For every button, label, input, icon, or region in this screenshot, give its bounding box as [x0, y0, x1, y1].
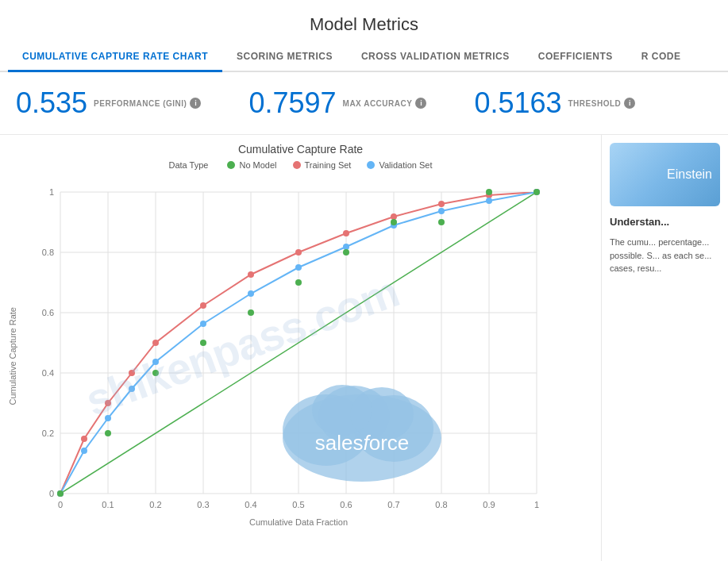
tab-scoring-metrics[interactable]: SCORING METRICS	[222, 43, 347, 71]
panel-description: The cumu... percentage... possible. S...…	[610, 236, 720, 275]
no-model-dot	[227, 161, 235, 169]
svg-text:0.4: 0.4	[245, 500, 256, 509]
svg-text:Cumulative Data Fraction: Cumulative Data Fraction	[249, 517, 348, 527]
svg-point-42	[200, 302, 206, 309]
svg-point-40	[129, 370, 135, 376]
svg-text:salesforce: salesforce	[315, 431, 410, 455]
data-type-label: Data Type	[168, 160, 208, 170]
svg-point-72	[486, 189, 492, 195]
svg-text:0.2: 0.2	[42, 428, 54, 438]
svg-point-66	[200, 340, 206, 346]
validation-dot	[367, 161, 375, 169]
threshold-info-icon[interactable]: i	[624, 98, 635, 109]
svg-point-68	[295, 279, 302, 286]
metric-threshold: 0.5163 THRESHOLD i	[474, 86, 635, 120]
threshold-label: THRESHOLD	[568, 99, 622, 108]
svg-text:0.9: 0.9	[483, 500, 495, 509]
gini-value: 0.535	[16, 86, 87, 120]
svg-text:0.6: 0.6	[340, 500, 352, 509]
svg-point-73	[533, 189, 540, 195]
metrics-bar: 0.535 PERFORMANCE (GINI) i 0.7597 MAX AC…	[0, 72, 728, 135]
gini-info-icon[interactable]: i	[190, 98, 201, 109]
svg-point-45	[343, 230, 349, 236]
svg-text:0.3: 0.3	[197, 500, 209, 509]
svg-point-38	[81, 436, 87, 442]
page-title: Model Metrics	[0, 0, 728, 43]
svg-text:1: 1	[534, 500, 539, 509]
svg-text:0.4: 0.4	[42, 368, 54, 378]
chart-title: Cumulative Capture Rate	[8, 143, 593, 156]
training-dot	[293, 161, 301, 169]
svg-text:1: 1	[49, 187, 54, 197]
svg-point-56	[248, 290, 254, 297]
legend-item-validation: Validation Set	[367, 160, 432, 170]
legend-item-no-model: No Model	[227, 160, 276, 170]
svg-point-46	[391, 213, 397, 220]
svg-text:0: 0	[58, 500, 63, 509]
svg-text:0.5: 0.5	[292, 500, 304, 509]
svg-point-44	[295, 249, 302, 256]
einstein-card: Einstein	[610, 143, 720, 206]
svg-point-65	[152, 370, 159, 376]
metric-gini: 0.535 PERFORMANCE (GINI) i	[16, 86, 201, 120]
tab-cumulative-capture[interactable]: CUMULATIVE CAPTURE RATE CHART	[8, 43, 222, 72]
svg-point-51	[81, 448, 87, 454]
salesforce-cloud: salesforce	[259, 359, 465, 489]
no-model-label: No Model	[239, 160, 276, 170]
svg-point-43	[248, 271, 254, 278]
y-axis-label: Cumulative Capture Rate	[8, 307, 17, 405]
chart-legend: Data Type No Model Training Set Validati…	[8, 160, 593, 170]
svg-point-53	[129, 386, 135, 392]
svg-text:0.1: 0.1	[102, 500, 114, 509]
svg-point-71	[438, 219, 445, 225]
svg-point-55	[200, 321, 206, 327]
metric-accuracy: 0.7597 MAX ACCURACY i	[248, 86, 426, 120]
chart-area: Cumulative Capture Rate Data Type No Mod…	[0, 135, 601, 561]
svg-point-64	[105, 430, 111, 436]
svg-text:0.8: 0.8	[42, 248, 54, 257]
svg-point-54	[152, 359, 159, 365]
validation-label: Validation Set	[379, 160, 432, 170]
svg-point-58	[343, 244, 349, 250]
tabs-bar: CUMULATIVE CAPTURE RATE CHART SCORING ME…	[0, 43, 728, 72]
main-content: Cumulative Capture Rate Data Type No Mod…	[0, 135, 728, 561]
accuracy-label: MAX ACCURACY	[343, 99, 413, 108]
svg-point-57	[295, 264, 302, 271]
svg-point-52	[105, 415, 111, 421]
svg-text:0.2: 0.2	[149, 500, 161, 509]
svg-point-69	[343, 249, 349, 256]
svg-text:0: 0	[49, 489, 54, 498]
svg-point-67	[248, 309, 254, 316]
accuracy-value: 0.7597	[248, 86, 336, 120]
svg-point-79	[312, 385, 372, 436]
svg-point-41	[152, 340, 159, 346]
tab-cross-validation[interactable]: CROSS VALIDATION METRICS	[347, 43, 524, 71]
legend-item-training: Training Set	[293, 160, 352, 170]
accuracy-info-icon[interactable]: i	[415, 98, 426, 109]
svg-point-61	[486, 198, 492, 204]
training-label: Training Set	[305, 160, 352, 170]
panel-section-title: Understan...	[610, 216, 720, 228]
einstein-label: Einstein	[667, 167, 712, 182]
svg-point-63	[57, 490, 64, 497]
gini-label: PERFORMANCE (GINI)	[94, 99, 187, 108]
svg-point-47	[438, 201, 445, 207]
svg-point-39	[105, 400, 111, 406]
svg-point-60	[438, 208, 445, 214]
svg-text:0.6: 0.6	[42, 308, 54, 317]
svg-text:0.7: 0.7	[387, 500, 399, 509]
svg-point-70	[391, 219, 397, 225]
threshold-value: 0.5163	[474, 86, 561, 120]
tab-r-code[interactable]: R CODE	[627, 43, 695, 71]
svg-text:0.8: 0.8	[435, 500, 447, 509]
tab-coefficients[interactable]: COEFFICIENTS	[524, 43, 627, 71]
right-panel: Einstein Understan... The cumu... percen…	[601, 135, 728, 561]
